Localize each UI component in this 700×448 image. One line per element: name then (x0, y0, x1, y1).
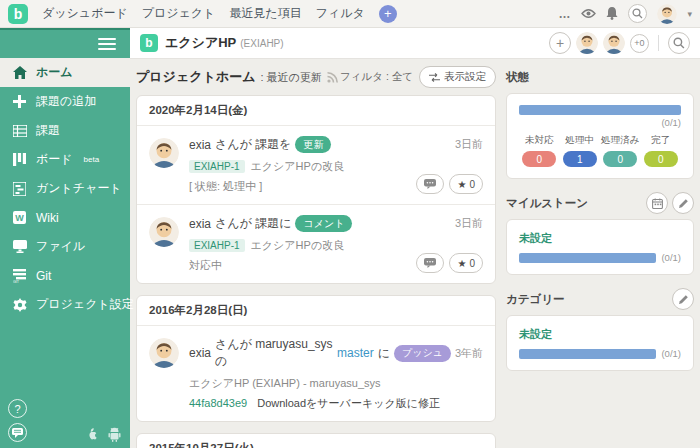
sidebar-item-label: 課題の追加 (36, 93, 96, 110)
feed-entry[interactable]: exia さんが 課題に コメント 3日前 EXIAHP-1 エクシアHPの改良… (137, 204, 495, 283)
category-edit-button[interactable] (672, 288, 694, 310)
user-menu-caret-icon[interactable]: ▾ (687, 9, 692, 19)
feed-entry[interactable]: exia さんが 課題を 更新 3日前 EXIAHP-1 エクシアHPの改良 [… (137, 126, 495, 204)
comment-button[interactable] (416, 174, 444, 194)
sliders-icon (429, 73, 440, 82)
home-icon (12, 66, 27, 79)
sidebar-item-board[interactable]: ボード beta (0, 145, 130, 174)
star-count: 0 (469, 179, 475, 190)
comment-button[interactable] (416, 253, 444, 273)
milestone-item-link[interactable]: 未設定 (519, 231, 681, 246)
entry-badge: プッシュ (394, 345, 451, 362)
entry-time: 3日前 (455, 216, 483, 231)
sidebar-item-issues[interactable]: 課題 (0, 116, 130, 145)
nav-recently-viewed[interactable]: 最近見た項目 (229, 5, 301, 22)
project-sidebar: ホーム 課題の追加 課題 ボード beta ガントチャート W Wiki (0, 28, 130, 448)
status-label: 処理中 (560, 134, 601, 147)
display-settings-button[interactable]: 表示設定 (419, 66, 496, 88)
star-icon: ★ (457, 179, 466, 190)
status-count-pill[interactable]: 0 (522, 151, 556, 167)
star-button[interactable]: ★ 0 (449, 174, 483, 194)
status-count-pill[interactable]: 0 (644, 151, 678, 167)
milestone-panel-title: マイルストーン (506, 196, 588, 211)
project-logo[interactable]: b (140, 34, 158, 52)
rss-icon[interactable] (327, 72, 338, 83)
status-count-pill[interactable]: 0 (603, 151, 637, 167)
branch-link[interactable]: master (337, 346, 374, 360)
star-icon: ★ (457, 258, 466, 269)
member-avatar[interactable] (603, 32, 625, 54)
sidebar-item-label: Wiki (36, 211, 59, 225)
entry-user[interactable]: exia (189, 138, 211, 152)
status-label: 処理済み (600, 134, 641, 147)
sidebar-item-wiki[interactable]: W Wiki (0, 203, 130, 232)
sidebar-item-gantt[interactable]: ガントチャート (0, 174, 130, 203)
issue-key-chip[interactable]: EXIAHP-1 (189, 239, 245, 252)
more-members-button[interactable]: +0 (630, 34, 649, 53)
more-menu-icon[interactable]: … (558, 7, 571, 21)
issue-title[interactable]: エクシアHPの改良 (251, 238, 345, 253)
sidebar-item-project-settings[interactable]: プロジェクト設定 (0, 290, 130, 319)
feed-date: 2016年2月28日(日) (137, 296, 495, 326)
entry-user[interactable]: exia (189, 346, 211, 360)
feed-group: 2016年2月28日(日) exia さんが maruyasu_sys の ma… (136, 295, 496, 422)
nav-filters[interactable]: フィルタ (316, 5, 365, 22)
collapse-sidebar-button[interactable] (0, 30, 130, 58)
category-panel-title: カテゴリー (506, 292, 565, 307)
milestone-calendar-button[interactable] (646, 192, 668, 214)
add-member-button[interactable]: + (549, 32, 571, 54)
sidebar-item-label: ガントチャート (36, 180, 122, 197)
project-title: エクシアHP (165, 34, 236, 52)
global-add-button[interactable]: + (379, 5, 397, 23)
feedback-button[interactable] (8, 423, 27, 442)
plus-icon (12, 95, 27, 108)
user-avatar[interactable] (657, 4, 677, 24)
comment-icon (424, 258, 436, 268)
board-icon (12, 153, 27, 166)
entry-action: さんが maruyasu_sys の (215, 336, 333, 370)
star-button[interactable]: ★ 0 (449, 253, 483, 273)
status-panel-title: 状態 (506, 70, 529, 85)
sidebar-item-label: プロジェクト設定 (36, 296, 134, 313)
issue-key-chip[interactable]: EXIAHP-1 (189, 160, 245, 173)
member-avatar[interactable] (576, 32, 598, 54)
apple-icon[interactable] (85, 426, 99, 442)
nav-projects[interactable]: プロジェクト (142, 5, 216, 22)
divider (658, 35, 659, 51)
pencil-icon (678, 294, 689, 305)
sidebar-item-git[interactable]: GIT Git (0, 261, 130, 290)
android-icon[interactable] (107, 426, 122, 442)
feed-entry[interactable]: exia さんが maruyasu_sys の master に プッシュ 3年… (137, 326, 495, 421)
repo-label: エクシアHP (EXIAHP) - maruyasu_sys (189, 376, 381, 391)
category-progress-bar (519, 349, 656, 359)
entry-user[interactable]: exia (189, 217, 211, 231)
entry-avatar[interactable] (149, 138, 179, 168)
milestone-edit-button[interactable] (672, 192, 694, 214)
status-label: 完了 (641, 134, 682, 147)
status-panel: (0/1) 未対応 0 処理中 1 処理済み 0 完了 0 (506, 93, 694, 179)
entry-avatar[interactable] (149, 217, 179, 247)
entry-time: 3日前 (455, 137, 483, 152)
commit-link[interactable]: 44fa8d43e9 (189, 397, 247, 409)
entry-avatar[interactable] (149, 338, 179, 368)
issue-title[interactable]: エクシアHPの改良 (251, 159, 345, 174)
sidebar-item-home[interactable]: ホーム (0, 58, 130, 87)
sidebar-item-label: 課題 (36, 122, 60, 139)
milestone-progress-note: (0/1) (661, 252, 681, 263)
project-search-button[interactable] (668, 32, 690, 54)
sidebar-item-add-issue[interactable]: 課題の追加 (0, 87, 130, 116)
filter-label: フィルタ : 全て (340, 70, 413, 84)
category-item-link[interactable]: 未設定 (519, 327, 681, 342)
global-search-button[interactable] (628, 4, 647, 23)
notification-bell-icon[interactable] (606, 7, 618, 20)
help-button[interactable]: ? (8, 399, 27, 418)
watch-icon[interactable] (581, 8, 596, 19)
sidebar-item-label: ボード (36, 151, 73, 168)
issue-list-icon (12, 125, 27, 137)
nav-dashboard[interactable]: ダッシュボード (42, 5, 128, 22)
status-count-pill[interactable]: 1 (563, 151, 597, 167)
backlog-logo[interactable]: b (8, 4, 28, 24)
sidebar-item-label: ファイル (36, 238, 85, 255)
feed-date: 2015年10月27日(火) (137, 434, 495, 448)
sidebar-item-files[interactable]: ファイル (0, 232, 130, 261)
